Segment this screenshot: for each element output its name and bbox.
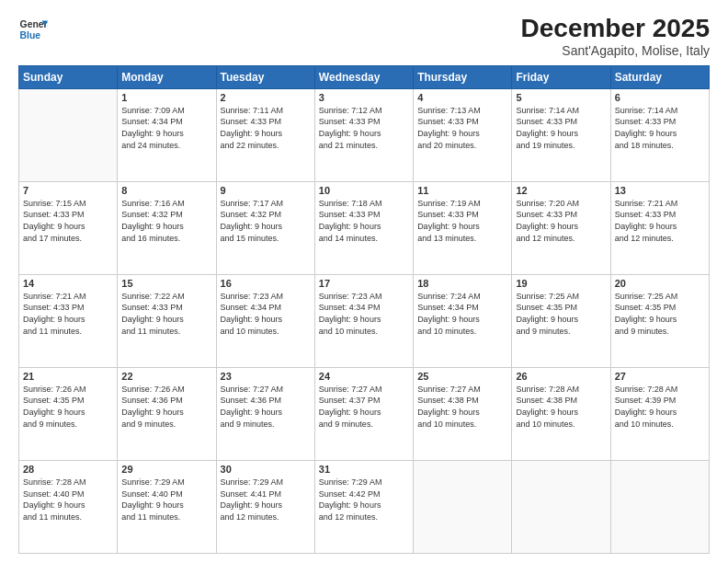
calendar-week-row: 7Sunrise: 7:15 AM Sunset: 4:33 PM Daylig… (19, 181, 710, 274)
calendar-cell: 10Sunrise: 7:18 AM Sunset: 4:33 PM Dayli… (314, 181, 413, 274)
day-number: 9 (221, 185, 311, 196)
calendar-cell: 25Sunrise: 7:27 AM Sunset: 4:38 PM Dayli… (414, 367, 512, 460)
calendar-cell: 12Sunrise: 7:20 AM Sunset: 4:33 PM Dayli… (512, 181, 610, 274)
calendar-cell: 29Sunrise: 7:29 AM Sunset: 4:40 PM Dayli… (118, 460, 216, 553)
day-number: 23 (221, 371, 311, 382)
title-block: December 2025 Sant'Agapito, Molise, Ital… (521, 15, 710, 58)
day-info: Sunrise: 7:29 AM Sunset: 4:40 PM Dayligh… (121, 477, 211, 523)
day-info: Sunrise: 7:11 AM Sunset: 4:33 PM Dayligh… (221, 105, 311, 151)
day-info: Sunrise: 7:13 AM Sunset: 4:33 PM Dayligh… (417, 105, 507, 151)
day-number: 8 (121, 185, 211, 196)
calendar-subtitle: Sant'Agapito, Molise, Italy (521, 43, 710, 58)
day-number: 11 (417, 185, 507, 196)
calendar-cell: 11Sunrise: 7:19 AM Sunset: 4:33 PM Dayli… (414, 181, 512, 274)
calendar-week-row: 1Sunrise: 7:09 AM Sunset: 4:34 PM Daylig… (19, 88, 710, 181)
calendar-cell: 31Sunrise: 7:29 AM Sunset: 4:42 PM Dayli… (314, 460, 413, 553)
day-info: Sunrise: 7:27 AM Sunset: 4:38 PM Dayligh… (417, 384, 507, 430)
day-number: 5 (516, 92, 606, 103)
day-info: Sunrise: 7:21 AM Sunset: 4:33 PM Dayligh… (23, 291, 113, 337)
calendar-cell: 14Sunrise: 7:21 AM Sunset: 4:33 PM Dayli… (19, 274, 118, 367)
day-number: 18 (417, 278, 507, 289)
calendar-table: Sunday Monday Tuesday Wednesday Thursday… (18, 65, 710, 554)
day-info: Sunrise: 7:26 AM Sunset: 4:36 PM Dayligh… (121, 384, 211, 430)
day-number: 25 (417, 371, 507, 382)
calendar-week-row: 14Sunrise: 7:21 AM Sunset: 4:33 PM Dayli… (19, 274, 710, 367)
header-monday: Monday (118, 65, 216, 88)
calendar-cell (414, 460, 512, 553)
calendar-cell (512, 460, 610, 553)
day-info: Sunrise: 7:09 AM Sunset: 4:34 PM Dayligh… (121, 105, 211, 151)
day-number: 30 (221, 464, 311, 475)
calendar-cell: 20Sunrise: 7:25 AM Sunset: 4:35 PM Dayli… (610, 274, 709, 367)
header-tuesday: Tuesday (216, 65, 314, 88)
day-info: Sunrise: 7:27 AM Sunset: 4:37 PM Dayligh… (319, 384, 409, 430)
calendar-cell: 16Sunrise: 7:23 AM Sunset: 4:34 PM Dayli… (216, 274, 314, 367)
day-info: Sunrise: 7:28 AM Sunset: 4:40 PM Dayligh… (23, 477, 113, 523)
calendar-cell: 13Sunrise: 7:21 AM Sunset: 4:33 PM Dayli… (610, 181, 709, 274)
day-info: Sunrise: 7:20 AM Sunset: 4:33 PM Dayligh… (516, 198, 606, 244)
day-number: 10 (319, 185, 409, 196)
day-info: Sunrise: 7:19 AM Sunset: 4:33 PM Dayligh… (417, 198, 507, 244)
day-number: 21 (23, 371, 113, 382)
header-thursday: Thursday (414, 65, 512, 88)
day-info: Sunrise: 7:25 AM Sunset: 4:35 PM Dayligh… (615, 291, 705, 337)
day-number: 26 (516, 371, 606, 382)
day-number: 27 (615, 371, 705, 382)
calendar-cell: 9Sunrise: 7:17 AM Sunset: 4:32 PM Daylig… (216, 181, 314, 274)
calendar-cell: 23Sunrise: 7:27 AM Sunset: 4:36 PM Dayli… (216, 367, 314, 460)
calendar-cell: 27Sunrise: 7:28 AM Sunset: 4:39 PM Dayli… (610, 367, 709, 460)
header-sunday: Sunday (19, 65, 118, 88)
day-info: Sunrise: 7:16 AM Sunset: 4:32 PM Dayligh… (121, 198, 211, 244)
calendar-cell: 30Sunrise: 7:29 AM Sunset: 4:41 PM Dayli… (216, 460, 314, 553)
day-info: Sunrise: 7:28 AM Sunset: 4:39 PM Dayligh… (615, 384, 705, 430)
calendar-week-row: 28Sunrise: 7:28 AM Sunset: 4:40 PM Dayli… (19, 460, 710, 553)
day-info: Sunrise: 7:26 AM Sunset: 4:35 PM Dayligh… (23, 384, 113, 430)
day-number: 29 (121, 464, 211, 475)
day-info: Sunrise: 7:23 AM Sunset: 4:34 PM Dayligh… (319, 291, 409, 337)
day-info: Sunrise: 7:17 AM Sunset: 4:32 PM Dayligh… (221, 198, 311, 244)
header-saturday: Saturday (610, 65, 709, 88)
header-friday: Friday (512, 65, 610, 88)
day-info: Sunrise: 7:12 AM Sunset: 4:33 PM Dayligh… (319, 105, 409, 151)
day-info: Sunrise: 7:29 AM Sunset: 4:42 PM Dayligh… (319, 477, 409, 523)
calendar-week-row: 21Sunrise: 7:26 AM Sunset: 4:35 PM Dayli… (19, 367, 710, 460)
calendar-cell: 28Sunrise: 7:28 AM Sunset: 4:40 PM Dayli… (19, 460, 118, 553)
calendar-cell: 15Sunrise: 7:22 AM Sunset: 4:33 PM Dayli… (118, 274, 216, 367)
day-number: 2 (221, 92, 311, 103)
day-number: 31 (319, 464, 409, 475)
calendar-cell: 1Sunrise: 7:09 AM Sunset: 4:34 PM Daylig… (118, 88, 216, 181)
day-info: Sunrise: 7:21 AM Sunset: 4:33 PM Dayligh… (615, 198, 705, 244)
day-info: Sunrise: 7:29 AM Sunset: 4:41 PM Dayligh… (221, 477, 311, 523)
header-wednesday: Wednesday (314, 65, 413, 88)
day-number: 3 (319, 92, 409, 103)
calendar-cell: 2Sunrise: 7:11 AM Sunset: 4:33 PM Daylig… (216, 88, 314, 181)
calendar-cell: 26Sunrise: 7:28 AM Sunset: 4:38 PM Dayli… (512, 367, 610, 460)
logo: General Blue (18, 15, 48, 44)
day-info: Sunrise: 7:15 AM Sunset: 4:33 PM Dayligh… (23, 198, 113, 244)
calendar-cell: 4Sunrise: 7:13 AM Sunset: 4:33 PM Daylig… (414, 88, 512, 181)
calendar-cell: 24Sunrise: 7:27 AM Sunset: 4:37 PM Dayli… (314, 367, 413, 460)
day-number: 22 (121, 371, 211, 382)
logo-icon: General Blue (18, 15, 48, 44)
calendar-cell: 21Sunrise: 7:26 AM Sunset: 4:35 PM Dayli… (19, 367, 118, 460)
header: General Blue December 2025 Sant'Agapito,… (18, 15, 710, 58)
calendar-cell: 5Sunrise: 7:14 AM Sunset: 4:33 PM Daylig… (512, 88, 610, 181)
calendar-cell (19, 88, 118, 181)
day-info: Sunrise: 7:22 AM Sunset: 4:33 PM Dayligh… (121, 291, 211, 337)
day-number: 24 (319, 371, 409, 382)
day-number: 7 (23, 185, 113, 196)
calendar-cell: 18Sunrise: 7:24 AM Sunset: 4:34 PM Dayli… (414, 274, 512, 367)
day-number: 17 (319, 278, 409, 289)
day-number: 19 (516, 278, 606, 289)
day-number: 4 (417, 92, 507, 103)
day-number: 12 (516, 185, 606, 196)
calendar-cell: 7Sunrise: 7:15 AM Sunset: 4:33 PM Daylig… (19, 181, 118, 274)
day-info: Sunrise: 7:23 AM Sunset: 4:34 PM Dayligh… (221, 291, 311, 337)
calendar-cell: 6Sunrise: 7:14 AM Sunset: 4:33 PM Daylig… (610, 88, 709, 181)
day-info: Sunrise: 7:28 AM Sunset: 4:38 PM Dayligh… (516, 384, 606, 430)
day-number: 16 (221, 278, 311, 289)
day-info: Sunrise: 7:14 AM Sunset: 4:33 PM Dayligh… (516, 105, 606, 151)
day-info: Sunrise: 7:18 AM Sunset: 4:33 PM Dayligh… (319, 198, 409, 244)
day-number: 13 (615, 185, 705, 196)
day-number: 14 (23, 278, 113, 289)
